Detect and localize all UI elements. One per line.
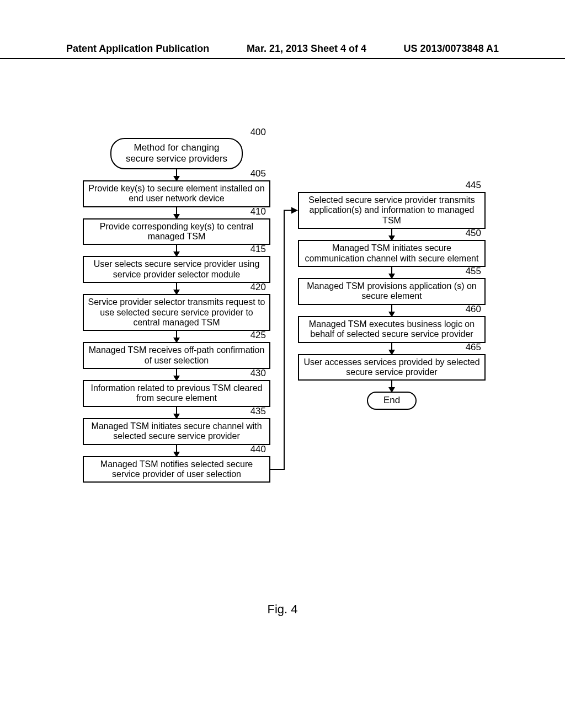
svg-marker-0 bbox=[291, 207, 298, 214]
flowchart-end-step: End bbox=[298, 392, 486, 409]
step-number: 455 bbox=[466, 266, 481, 277]
process-box: Managed TSM executes business logic on b… bbox=[298, 316, 486, 343]
arrow-down-icon bbox=[391, 267, 392, 278]
step-number: 465 bbox=[466, 342, 481, 353]
step-number: 420 bbox=[250, 282, 266, 293]
flowchart-step: 460 Managed TSM executes business logic … bbox=[298, 316, 486, 343]
process-box: Service provider selector transmits requ… bbox=[83, 294, 270, 331]
flowchart-step: 430 Information related to previous TSM … bbox=[83, 380, 270, 407]
arrow-down-icon bbox=[176, 245, 177, 256]
flowchart-title-step: 400 Method for changing secure service p… bbox=[83, 138, 270, 169]
arrow-down-icon bbox=[176, 169, 177, 180]
step-number: 440 bbox=[250, 444, 266, 455]
step-number: 435 bbox=[250, 406, 266, 417]
arrow-down-icon bbox=[391, 305, 392, 316]
process-box: Managed TSM notifies selected secure ser… bbox=[83, 456, 270, 483]
arrow-down-icon bbox=[176, 369, 177, 380]
process-box: Managed TSM initiates secure communicati… bbox=[298, 240, 486, 267]
flowchart-step: 425 Managed TSM receives off-path confir… bbox=[83, 342, 270, 369]
step-number: 450 bbox=[466, 228, 481, 239]
flowchart-step: 465 User accesses services provided by s… bbox=[298, 354, 486, 381]
flowchart-step: 440 Managed TSM notifies selected secure… bbox=[83, 456, 270, 483]
page-header: Patent Application Publication Mar. 21, … bbox=[0, 43, 565, 59]
step-number: 400 bbox=[250, 127, 266, 138]
page: Patent Application Publication Mar. 21, … bbox=[0, 0, 565, 728]
step-number: 405 bbox=[250, 168, 266, 179]
flowchart: 400 Method for changing secure service p… bbox=[66, 138, 499, 623]
flowchart-step: 435 Managed TSM initiates secure channel… bbox=[83, 418, 270, 445]
step-number: 425 bbox=[250, 330, 266, 341]
flowchart-step: 410 Provide corresponding key(s) to cent… bbox=[83, 218, 270, 245]
arrow-down-icon bbox=[391, 381, 392, 392]
arrow-down-icon bbox=[176, 283, 177, 294]
process-box: Managed TSM initiates secure channel wit… bbox=[83, 418, 270, 445]
header-right: US 2013/0073848 A1 bbox=[404, 43, 499, 55]
arrow-down-icon bbox=[176, 331, 177, 342]
arrow-down-icon bbox=[176, 207, 177, 218]
step-number: 445 bbox=[466, 180, 481, 191]
flowchart-step: 405 Provide key(s) to secure element ins… bbox=[83, 180, 270, 207]
flowchart-step: 455 Managed TSM provisions application (… bbox=[298, 278, 486, 305]
flowchart-step: 415 User selects secure service provider… bbox=[83, 256, 270, 283]
arrow-down-icon bbox=[391, 343, 392, 354]
process-box: Provide key(s) to secure element install… bbox=[83, 180, 270, 207]
terminator-end: End bbox=[367, 392, 417, 409]
step-number: 410 bbox=[250, 206, 266, 217]
step-number: 460 bbox=[466, 304, 481, 315]
process-box: User selects secure service provider usi… bbox=[83, 256, 270, 283]
flowchart-right-column: 445 Selected secure service provider tra… bbox=[298, 192, 486, 410]
header-center: Mar. 21, 2013 Sheet 4 of 4 bbox=[247, 43, 366, 55]
flowchart-left-column: 400 Method for changing secure service p… bbox=[83, 138, 270, 483]
process-box: Managed TSM provisions application (s) o… bbox=[298, 278, 486, 305]
terminator-start: Method for changing secure service provi… bbox=[110, 138, 243, 169]
step-number: 415 bbox=[250, 244, 266, 255]
flowchart-step: 450 Managed TSM initiates secure communi… bbox=[298, 240, 486, 267]
figure-label: Fig. 4 bbox=[66, 602, 499, 617]
header-left: Patent Application Publication bbox=[66, 43, 209, 55]
step-number: 430 bbox=[250, 368, 266, 379]
flowchart-step: 445 Selected secure service provider tra… bbox=[298, 192, 486, 229]
flowchart-step: 420 Service provider selector transmits … bbox=[83, 294, 270, 331]
process-box: Selected secure service provider transmi… bbox=[298, 192, 486, 229]
arrow-down-icon bbox=[391, 229, 392, 240]
process-box: Provide corresponding key(s) to central … bbox=[83, 218, 270, 245]
process-box: Information related to previous TSM clea… bbox=[83, 380, 270, 407]
arrow-down-icon bbox=[176, 445, 177, 456]
process-box: User accesses services provided by selec… bbox=[298, 354, 486, 381]
arrow-down-icon bbox=[176, 407, 177, 418]
process-box: Managed TSM receives off-path confirmati… bbox=[83, 342, 270, 369]
